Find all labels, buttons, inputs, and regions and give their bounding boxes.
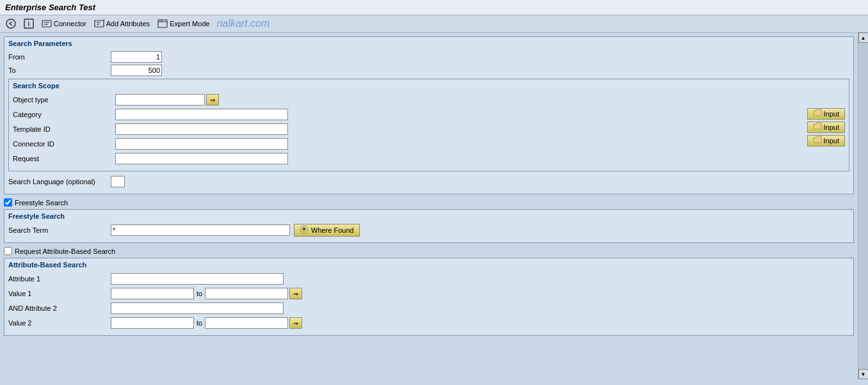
- back-icon: [6, 19, 16, 29]
- scroll-down-btn[interactable]: ▼: [858, 369, 869, 379]
- scope-fields-container: Category Template ID Connector ID R: [13, 108, 845, 167]
- attribute-search-title: Attribute-Based Search: [8, 261, 849, 270]
- attribute-search-checkbox[interactable]: [4, 247, 12, 255]
- svg-point-12: [159, 20, 161, 22]
- request-row: Request: [13, 152, 805, 165]
- scroll-up-btn[interactable]: ▲: [858, 33, 869, 43]
- attribute2-input[interactable]: [111, 302, 284, 314]
- attribute2-label: AND Attribute 2: [8, 304, 111, 312]
- value1-row: Value 1 to ⇒: [8, 287, 849, 300]
- value2-row: Value 2 to ⇒: [8, 317, 849, 329]
- folder-icon-1: [813, 109, 822, 119]
- from-row: From: [8, 51, 849, 63]
- connector-button[interactable]: Connector: [40, 18, 88, 29]
- search-parameters-section: Search Parameters From To Search Scope O…: [4, 36, 854, 194]
- connector-icon: [42, 19, 52, 29]
- svg-point-13: [161, 20, 163, 22]
- expert-mode-label: Expert Mode: [170, 20, 209, 28]
- attribute1-row: Attribute 1: [8, 272, 849, 285]
- request-label: Request: [13, 155, 115, 162]
- title-bar: Enterprise Search Test: [0, 0, 868, 15]
- input-btn3-label: Input: [824, 137, 839, 145]
- search-scope-section: Search Scope Object type ⇒ Category Temp…: [8, 79, 849, 171]
- category-input-btn[interactable]: Input: [807, 108, 845, 120]
- value2-label: Value 2: [8, 319, 111, 327]
- info-button[interactable]: i: [22, 18, 36, 29]
- input-btn1-label: Input: [824, 110, 839, 118]
- connector-label: Connector: [54, 20, 86, 28]
- attribute1-input[interactable]: [111, 273, 284, 285]
- category-label: Category: [13, 111, 115, 118]
- search-scope-title: Search Scope: [13, 82, 845, 91]
- attribute-search-section: Attribute-Based Search Attribute 1 Value…: [4, 258, 854, 336]
- page-title: Enterprise Search Test: [5, 3, 863, 12]
- where-found-icon: [300, 225, 309, 235]
- svg-point-0: [6, 19, 15, 28]
- input-buttons-group: Input Input Input: [805, 108, 845, 167]
- add-attributes-button[interactable]: + Add Attributes: [92, 18, 152, 29]
- search-parameters-title: Search Parameters: [8, 40, 849, 49]
- svg-rect-10: [158, 20, 167, 28]
- value2-from-input[interactable]: [111, 317, 194, 329]
- svg-text:i: i: [28, 20, 30, 28]
- form-area: Search Parameters From To Search Scope O…: [0, 33, 858, 379]
- connector-id-label: Connector ID: [13, 140, 115, 148]
- category-row: Category: [13, 108, 805, 121]
- add-attributes-icon: +: [94, 19, 104, 29]
- search-language-row: Search Language (optional): [8, 175, 849, 188]
- watermark: rialkart.com: [217, 18, 270, 29]
- scroll-track[interactable]: [858, 43, 869, 369]
- freestyle-search-title: Freestyle Search: [8, 212, 849, 221]
- connector-id-input[interactable]: [115, 138, 288, 150]
- object-type-arrow-btn[interactable]: ⇒: [206, 94, 219, 106]
- search-term-label: Search Term: [8, 226, 111, 234]
- back-button[interactable]: [4, 18, 18, 29]
- toolbar: i Connector + Add Attributes Expert Mode…: [0, 15, 868, 33]
- value1-from-input[interactable]: [111, 288, 194, 299]
- object-type-label: Object type: [13, 96, 115, 104]
- search-language-label: Search Language (optional): [8, 178, 111, 185]
- scrollbar: ▲ ▼: [858, 33, 868, 379]
- value2-arrow-btn[interactable]: ⇒: [289, 317, 302, 329]
- template-id-input-btn[interactable]: Input: [807, 122, 845, 133]
- folder-icon-2: [813, 122, 822, 132]
- request-input[interactable]: [115, 153, 288, 164]
- to-input[interactable]: [111, 65, 162, 76]
- add-attributes-label: Add Attributes: [106, 20, 150, 28]
- attribute-search-checkbox-label[interactable]: Request Attribute-Based Search: [15, 248, 115, 255]
- value1-label: Value 1: [8, 290, 111, 297]
- main-content: Search Parameters From To Search Scope O…: [0, 33, 868, 379]
- expert-mode-button[interactable]: Expert Mode: [156, 18, 211, 29]
- search-language-input[interactable]: [111, 176, 125, 187]
- template-id-label: Template ID: [13, 125, 115, 133]
- folder-icon-3: [813, 136, 822, 146]
- template-id-input[interactable]: [115, 123, 288, 135]
- attribute1-label: Attribute 1: [8, 275, 111, 283]
- object-type-input[interactable]: [115, 94, 205, 106]
- freestyle-checkbox-row: Freestyle Search: [4, 198, 854, 207]
- value1-to-label: to: [197, 290, 202, 297]
- search-term-input[interactable]: [111, 224, 290, 236]
- to-row: To: [8, 65, 849, 76]
- value2-to-label: to: [197, 319, 202, 327]
- connector-id-input-btn[interactable]: Input: [807, 135, 845, 146]
- info-icon: i: [24, 19, 34, 29]
- attribute2-row: AND Attribute 2: [8, 302, 849, 315]
- value1-arrow-btn[interactable]: ⇒: [289, 288, 302, 299]
- where-found-button[interactable]: Where Found: [294, 224, 360, 237]
- freestyle-search-section: Freestyle Search Search Term Where Found: [4, 209, 854, 243]
- scope-left: Category Template ID Connector ID R: [13, 108, 805, 167]
- freestyle-checkbox[interactable]: [4, 198, 12, 207]
- from-input[interactable]: [111, 51, 162, 63]
- attribute-search-checkbox-row: Request Attribute-Based Search: [4, 247, 854, 255]
- expert-mode-icon: [157, 19, 168, 29]
- input-btn2-label: Input: [824, 123, 839, 131]
- search-term-row: Search Term Where Found: [8, 224, 849, 237]
- to-label: To: [8, 67, 111, 74]
- svg-rect-3: [42, 20, 51, 27]
- freestyle-checkbox-label[interactable]: Freestyle Search: [15, 199, 68, 207]
- value2-to-input[interactable]: [205, 317, 288, 329]
- category-input[interactable]: [115, 109, 288, 120]
- from-label: From: [8, 53, 111, 61]
- value1-to-input[interactable]: [205, 288, 288, 299]
